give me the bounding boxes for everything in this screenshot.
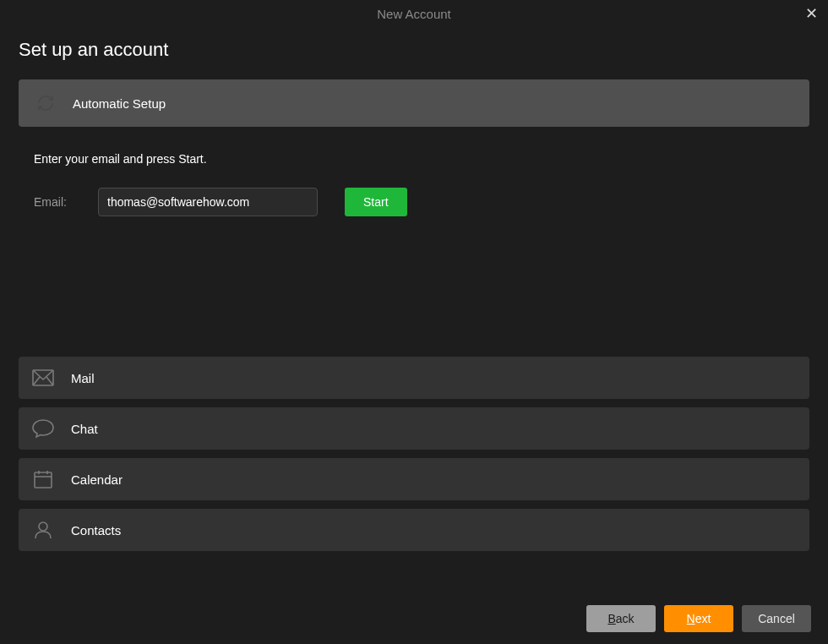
calendar-icon: [30, 467, 56, 492]
cancel-button[interactable]: Cancel: [742, 605, 811, 632]
window-title: New Account: [377, 7, 451, 21]
refresh-icon: [34, 91, 57, 115]
option-contacts[interactable]: Contacts: [19, 509, 809, 551]
start-button[interactable]: Start: [345, 188, 407, 216]
svg-rect-1: [35, 472, 52, 488]
email-label: Email:: [34, 195, 84, 209]
svg-point-13: [39, 522, 47, 531]
back-label-rest: ack: [616, 612, 635, 625]
mail-label: Mail: [71, 371, 95, 385]
chat-icon: [30, 416, 56, 441]
email-field[interactable]: [98, 188, 318, 216]
next-button[interactable]: Next: [664, 605, 733, 632]
close-icon: ✕: [805, 4, 818, 23]
option-chat[interactable]: Chat: [19, 407, 809, 450]
close-button[interactable]: ✕: [801, 3, 821, 24]
option-calendar[interactable]: Calendar: [19, 458, 809, 500]
calendar-label: Calendar: [71, 472, 123, 487]
back-button[interactable]: Back: [586, 605, 656, 632]
contacts-label: Contacts: [71, 523, 121, 538]
next-label-rest: ext: [695, 612, 711, 625]
chat-label: Chat: [71, 422, 98, 436]
titlebar: New Account ✕: [0, 0, 828, 27]
mail-icon: [30, 365, 56, 390]
contacts-icon: [30, 517, 56, 543]
instruction-text: Enter your email and press Start.: [34, 152, 809, 166]
automatic-setup-label: Automatic Setup: [73, 96, 166, 111]
option-mail[interactable]: Mail: [19, 357, 809, 399]
page-title: Set up an account: [19, 39, 809, 61]
automatic-setup-panel[interactable]: Automatic Setup: [19, 79, 809, 127]
